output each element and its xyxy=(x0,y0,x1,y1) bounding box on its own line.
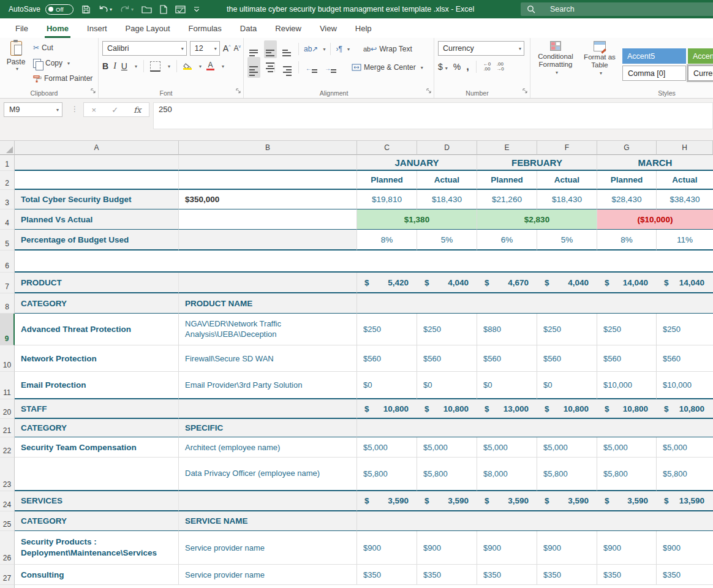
value-cell[interactable]: $18,430 xyxy=(417,190,477,209)
service-name-cell[interactable]: Service provider name xyxy=(179,531,357,565)
paste-button[interactable]: Paste ▾ xyxy=(4,41,28,85)
section-total-cell[interactable]: $3,590 xyxy=(357,491,417,511)
month-header-february[interactable]: FEBRUARY xyxy=(477,155,597,171)
italic-button[interactable]: I xyxy=(113,61,116,71)
row-header-6[interactable]: 6 xyxy=(0,251,15,273)
cell[interactable] xyxy=(179,155,357,171)
column-header-b[interactable]: B xyxy=(179,141,357,155)
column-label-cell[interactable]: PRODUCT NAME xyxy=(179,293,357,314)
percent-cell[interactable]: 5% xyxy=(537,230,597,251)
variance-cell-march[interactable]: ($10,000) xyxy=(597,209,713,230)
tab-file[interactable]: File xyxy=(6,18,37,38)
column-label-cell[interactable]: CATEGORY xyxy=(15,293,179,314)
align-bottom-button[interactable] xyxy=(281,40,293,58)
value-cell[interactable]: $0 xyxy=(537,372,597,399)
value-cell[interactable]: $250 xyxy=(597,314,657,345)
row-header-23[interactable]: 23 xyxy=(0,458,15,491)
subheader-cell[interactable]: Actual xyxy=(657,171,713,190)
customize-quick-access-button[interactable] xyxy=(194,7,200,12)
subheader-cell[interactable]: Actual xyxy=(417,171,477,190)
row-header-5[interactable]: 5 xyxy=(0,230,15,251)
value-cell[interactable]: $5,800 xyxy=(417,458,477,491)
section-title-cell[interactable]: PRODUCT xyxy=(15,273,179,293)
align-center-button[interactable] xyxy=(264,61,277,74)
tab-page-layout[interactable]: Page Layout xyxy=(116,18,179,38)
accounting-format-button[interactable]: $▾ xyxy=(438,62,448,72)
month-header-march[interactable]: MARCH xyxy=(597,155,713,171)
section-title-cell[interactable]: SERVICES xyxy=(15,491,179,511)
percent-cell[interactable]: 5% xyxy=(417,230,477,251)
section-total-cell[interactable]: $3,590 xyxy=(537,491,597,511)
font-color-button[interactable]: A xyxy=(206,62,214,70)
section-total-cell[interactable]: $4,040 xyxy=(537,273,597,293)
section-total-cell[interactable]: $4,040 xyxy=(417,273,477,293)
bold-button[interactable]: B xyxy=(102,61,108,71)
font-size-select[interactable]: 12▾ xyxy=(190,41,220,56)
subheader-cell[interactable]: Planned xyxy=(477,171,537,190)
value-cell[interactable]: $350 xyxy=(477,565,537,585)
increase-decimal-button[interactable]: ←0.00 xyxy=(483,62,491,72)
value-cell[interactable]: $350 xyxy=(657,565,713,585)
cell[interactable] xyxy=(179,399,357,419)
underline-button[interactable]: U xyxy=(121,61,127,71)
cell[interactable] xyxy=(357,293,713,314)
column-header-h[interactable]: H xyxy=(657,141,713,155)
value-cell[interactable]: $0 xyxy=(417,372,477,399)
name-box[interactable]: M9▾ xyxy=(4,102,62,117)
row-header-9[interactable]: 9 xyxy=(0,314,15,345)
cell[interactable] xyxy=(179,273,357,293)
cell[interactable] xyxy=(15,251,713,273)
alignment-dialog-launcher[interactable] xyxy=(426,85,432,96)
select-all-corner[interactable] xyxy=(0,141,15,155)
value-cell[interactable]: $18,430 xyxy=(537,190,597,209)
total-budget-cell[interactable]: $350,000 xyxy=(179,190,357,209)
percent-cell[interactable]: 8% xyxy=(597,230,657,251)
fill-color-button[interactable] xyxy=(183,63,192,70)
category-cell[interactable]: Security Team Compensation xyxy=(15,437,179,458)
column-header-c[interactable]: C xyxy=(357,141,417,155)
font-color-chevron-icon[interactable]: ▾ xyxy=(222,64,224,69)
section-total-cell[interactable]: $10,800 xyxy=(657,399,713,419)
clipboard-dialog-launcher[interactable] xyxy=(91,85,96,96)
value-cell[interactable]: $560 xyxy=(597,345,657,372)
variance-cell-january[interactable]: $1,380 xyxy=(357,209,477,230)
subheader-cell[interactable]: Actual xyxy=(537,171,597,190)
value-cell[interactable]: $900 xyxy=(357,531,417,565)
value-cell[interactable]: $38,430 xyxy=(657,190,713,209)
align-middle-button[interactable] xyxy=(264,40,277,58)
autosave-toggle[interactable]: Off xyxy=(45,4,74,15)
row-header-20[interactable]: 20 xyxy=(0,399,15,419)
variance-cell-february[interactable]: $2,830 xyxy=(477,209,597,230)
new-file-button[interactable] xyxy=(160,5,167,14)
category-cell[interactable]: Consulting xyxy=(15,565,179,585)
value-cell[interactable]: $350 xyxy=(537,565,597,585)
value-cell[interactable]: $10,000 xyxy=(597,372,657,399)
insert-function-button[interactable]: fx xyxy=(134,105,141,115)
percent-style-button[interactable]: % xyxy=(453,62,461,72)
align-left-button[interactable] xyxy=(247,57,260,78)
row-label-cell[interactable]: Planned Vs Actual xyxy=(15,209,179,230)
value-cell[interactable]: $900 xyxy=(417,531,477,565)
value-cell[interactable]: $10,000 xyxy=(657,372,713,399)
specific-cell[interactable]: Architect (employee name) xyxy=(179,437,357,458)
formula-input[interactable]: 250 xyxy=(153,102,713,129)
decrease-indent-button[interactable]: ← xyxy=(304,60,319,75)
tab-view[interactable]: View xyxy=(311,18,346,38)
row-header-3[interactable]: 3 xyxy=(0,190,15,209)
section-total-cell[interactable]: $10,800 xyxy=(537,399,597,419)
value-cell[interactable]: $350 xyxy=(597,565,657,585)
value-cell[interactable]: $350 xyxy=(357,565,417,585)
value-cell[interactable]: $900 xyxy=(537,531,597,565)
decrease-font-button[interactable]: Av xyxy=(233,44,241,53)
format-as-table-button[interactable]: Format as Table ▾ xyxy=(582,41,617,77)
column-label-cell[interactable]: SPECIFIC xyxy=(179,419,357,437)
cell[interactable] xyxy=(179,230,357,251)
cell[interactable] xyxy=(15,155,179,171)
column-header-f[interactable]: F xyxy=(537,141,597,155)
value-cell[interactable]: $5,000 xyxy=(357,437,417,458)
email-button[interactable] xyxy=(175,6,186,13)
number-format-select[interactable]: Currency▾ xyxy=(438,41,524,56)
value-cell[interactable]: $560 xyxy=(657,345,713,372)
column-label-cell[interactable]: CATEGORY xyxy=(15,511,179,531)
value-cell[interactable]: $250 xyxy=(537,314,597,345)
